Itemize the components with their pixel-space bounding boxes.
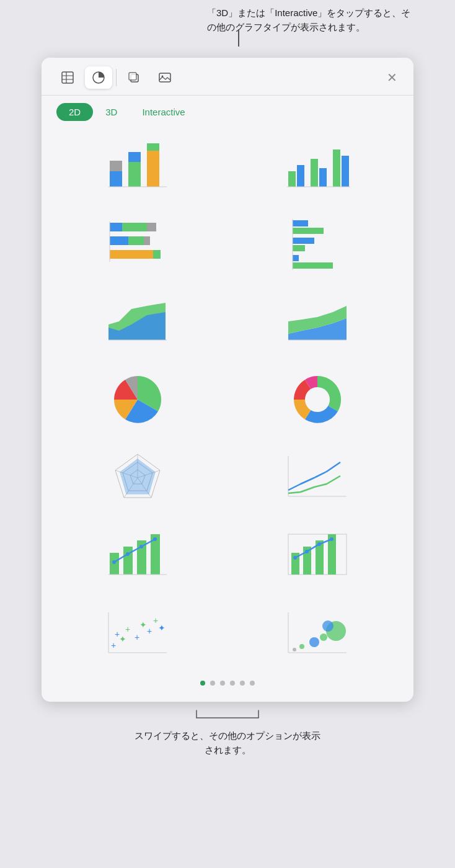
svg-rect-28 [144,236,150,245]
svg-point-89 [299,644,304,649]
chart-button[interactable] [85,66,112,89]
svg-point-73 [317,542,321,546]
bottom-tooltip-text: スワイプすると、その他のオプションが表示されます。 [135,729,320,757]
svg-rect-29 [110,250,153,259]
chart-pie[interactable] [48,360,228,439]
svg-text:✦: ✦ [158,623,166,633]
close-icon: ✕ [387,70,397,85]
chart-icon-pie [104,372,172,427]
segment-2d[interactable]: 2D [56,103,93,121]
chart-bar-line[interactable] [48,517,228,595]
svg-rect-26 [110,236,128,245]
chart-bubble[interactable] [228,595,407,673]
svg-point-63 [139,545,143,548]
dot-2[interactable] [210,681,215,686]
chart-area[interactable] [48,282,228,360]
tooltip-line [238,29,239,47]
dot-6[interactable] [250,681,255,686]
chart-icon-bubble [283,606,351,662]
svg-text:+: + [135,632,139,642]
chart-icon-radar [104,450,172,506]
svg-point-90 [309,637,319,647]
svg-rect-30 [153,250,161,259]
svg-rect-10 [110,161,122,171]
chart-icon-bar-line-frame [283,528,351,584]
chart-stacked-bar-horizontal[interactable] [48,204,228,282]
toolbar: ✕ [42,58,413,96]
chart-icon-grouped-bar-vertical [283,137,351,193]
chart-scatter[interactable]: + ✦ + + + ✦ + + ✦ [48,595,228,673]
svg-rect-16 [288,171,296,187]
bracket-icon [190,709,265,719]
chart-grouped-bar-horizontal[interactable] [228,204,407,282]
layer-button[interactable] [120,66,148,89]
chart-line[interactable] [228,439,407,517]
close-button[interactable]: ✕ [382,68,401,87]
chart-icon-bar-line [104,528,172,584]
svg-rect-17 [297,165,304,187]
chart-icon-scatter: + ✦ + + + ✦ + + ✦ [104,606,172,662]
bottom-bracket [190,709,265,719]
chart-icon-stacked-bar-horizontal [104,215,172,271]
svg-rect-11 [128,162,141,187]
chart-picker-panel: ✕ 2D 3D Interactive [42,58,413,702]
svg-point-64 [153,537,157,541]
chart-icon-area [104,293,172,349]
svg-point-72 [305,550,309,553]
svg-rect-27 [128,236,144,245]
svg-rect-25 [147,223,156,231]
svg-rect-58 [123,547,133,575]
chart-icon-stacked-bar-vertical [104,137,172,193]
svg-rect-35 [293,245,305,251]
svg-rect-21 [342,156,349,187]
chart-stacked-bar-vertical[interactable] [48,126,228,204]
chart-donut[interactable] [228,360,407,439]
svg-rect-9 [110,171,122,187]
chart-icon-line [283,450,351,506]
toolbar-separator [116,69,117,86]
top-tooltip: 「3D」または「Interactive」をタップすると、その他のグラフタイプが表… [207,6,418,34]
svg-rect-36 [293,255,299,261]
svg-rect-23 [110,223,122,231]
svg-point-74 [330,537,334,541]
svg-point-62 [126,552,130,556]
svg-text:+: + [125,624,130,634]
svg-point-88 [293,648,296,651]
svg-rect-14 [147,143,159,151]
segment-control: 2D 3D Interactive [42,96,413,126]
svg-rect-12 [128,152,141,162]
dot-1[interactable] [200,681,205,686]
svg-rect-37 [293,262,333,269]
chart-icon-grouped-bar-horizontal [283,215,351,271]
dot-4[interactable] [230,681,235,686]
svg-text:✦: ✦ [139,620,147,630]
svg-text:+: + [115,629,120,639]
chart-grouped-bar-vertical[interactable] [228,126,407,204]
chart-area-stacked[interactable] [228,282,407,360]
svg-text:+: + [147,626,152,636]
chart-icon-donut [283,372,351,427]
svg-marker-54 [120,459,155,494]
svg-rect-7 [159,73,170,82]
dot-3[interactable] [220,681,225,686]
svg-rect-20 [333,150,340,187]
svg-rect-19 [319,168,327,187]
svg-text:✦: ✦ [119,634,126,644]
segment-interactive[interactable]: Interactive [130,103,197,121]
segment-3d[interactable]: 3D [93,103,130,121]
charts-grid: + ✦ + + + ✦ + + ✦ [42,126,413,673]
page-dots [42,673,413,689]
table-button[interactable] [54,66,81,89]
chart-bar-line-frame[interactable] [228,517,407,595]
svg-point-91 [320,633,327,641]
dot-5[interactable] [240,681,245,686]
svg-text:+: + [153,615,158,625]
svg-point-45 [305,387,330,412]
chart-radar[interactable] [48,439,228,517]
svg-rect-13 [147,151,159,187]
chart-icon-area-stacked [283,293,351,349]
svg-rect-18 [311,159,318,187]
svg-rect-32 [293,220,308,226]
svg-rect-6 [129,73,136,80]
image-button[interactable] [151,66,179,89]
